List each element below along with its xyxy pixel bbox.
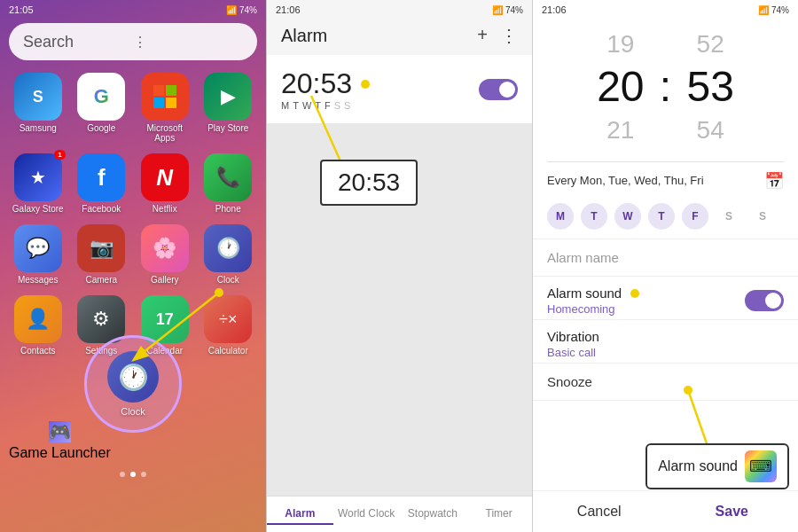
samsung-label: Samsung bbox=[20, 123, 57, 133]
svg-rect-2 bbox=[153, 98, 164, 108]
clock-label-row: Clock bbox=[217, 275, 239, 285]
app-netflix[interactable]: N Netflix bbox=[136, 153, 194, 214]
day-btn-s2[interactable]: S bbox=[749, 203, 776, 230]
status-icons-detail: 📶 74% bbox=[758, 5, 789, 15]
day-btn-t2[interactable]: T bbox=[648, 203, 675, 230]
calculator-icon: ÷× bbox=[204, 295, 252, 343]
alarm-title: Alarm bbox=[281, 26, 327, 46]
alarm-header: Alarm + ⋮ bbox=[267, 20, 532, 55]
day-btn-f[interactable]: F bbox=[682, 203, 708, 230]
app-ms[interactable]: Microsoft Apps bbox=[136, 73, 194, 143]
app-calculator[interactable]: ÷× Calculator bbox=[200, 295, 258, 356]
playstore-icon: ▶ bbox=[204, 73, 252, 121]
day-btn-m[interactable]: M bbox=[547, 203, 574, 230]
alarm-sound-value: Homecoming bbox=[547, 302, 639, 316]
alarm-header-icons: + ⋮ bbox=[477, 25, 518, 46]
clock-highlight[interactable]: 🕐 Clock bbox=[84, 335, 182, 433]
contacts-icon: 👤 bbox=[14, 295, 62, 343]
app-camera[interactable]: 📷 Camera bbox=[73, 224, 131, 285]
day-s1: S bbox=[334, 100, 340, 111]
tab-worldclock[interactable]: World Clock bbox=[333, 504, 400, 525]
app-samsung[interactable]: S Samsung bbox=[9, 73, 67, 143]
svg-rect-1 bbox=[166, 85, 176, 96]
gallery-icon: 🌸 bbox=[141, 224, 189, 272]
status-icons-alarm: 📶 74% bbox=[492, 5, 523, 15]
snooze-row[interactable]: Snooze bbox=[533, 364, 798, 401]
gallery-label: Gallery bbox=[151, 275, 179, 285]
time-callout: 20:53 bbox=[320, 160, 418, 206]
galaxystore-label: Galaxy Store bbox=[12, 204, 64, 214]
vibration-label: Vibration bbox=[547, 329, 599, 344]
app-google[interactable]: G Google bbox=[73, 73, 131, 143]
google-label: Google bbox=[87, 123, 115, 133]
home-screen: 21:05 📶 74% Alarm Search ⋮ S Samsung G G… bbox=[0, 0, 266, 532]
status-time-detail: 21:06 bbox=[542, 4, 567, 15]
schedule-text: Every Mon, Tue, Wed, Thu, Fri bbox=[547, 174, 704, 187]
day-f: F bbox=[325, 100, 331, 111]
tab-timer[interactable]: Timer bbox=[466, 504, 532, 525]
app-gamelauncher[interactable]: 🎮 Game Launcher bbox=[9, 421, 111, 461]
app-facebook[interactable]: f Facebook bbox=[73, 153, 131, 214]
day-s2: S bbox=[344, 100, 350, 111]
app-contacts[interactable]: 👤 Contacts bbox=[9, 295, 67, 356]
alarm-item[interactable]: 20:53 M T W T F S S bbox=[267, 55, 532, 123]
status-icons-home: 📶 74% bbox=[226, 5, 257, 15]
hour-top: 19 bbox=[606, 27, 634, 61]
settings-icon: ⚙ bbox=[77, 295, 125, 343]
search-bar[interactable]: Alarm Search ⋮ bbox=[9, 23, 257, 60]
alarm-menu-icon[interactable]: ⋮ bbox=[500, 25, 518, 46]
alarm-sound-label: Alarm sound bbox=[547, 286, 639, 301]
vibration-row[interactable]: Vibration Basic call bbox=[533, 320, 798, 364]
min-bottom: 54 bbox=[697, 113, 724, 147]
app-gallery[interactable]: 🌸 Gallery bbox=[136, 224, 194, 285]
schedule-row: Every Mon, Tue, Wed, Thu, Fri 📅 bbox=[533, 162, 798, 200]
status-time-home: 21:05 bbox=[9, 4, 34, 15]
alarm-name-field[interactable]: Alarm name bbox=[533, 239, 798, 277]
alarm-sound-toggle[interactable] bbox=[745, 290, 784, 311]
ms-icon bbox=[141, 73, 189, 121]
app-clock-row[interactable]: 🕐 Clock bbox=[200, 224, 258, 285]
day-btn-t1[interactable]: T bbox=[581, 203, 607, 230]
app-grid-row3: 💬 Messages 📷 Camera 🌸 Gallery 🕐 Clock bbox=[0, 219, 266, 290]
app-phone[interactable]: 📞 Phone bbox=[200, 153, 258, 214]
day-m: M bbox=[281, 100, 289, 111]
time-picker-row: 19 20 21 : 52 53 54 bbox=[533, 27, 798, 147]
app-playstore[interactable]: ▶ Play Store bbox=[200, 73, 258, 143]
clock-highlight-icon: 🕐 bbox=[107, 351, 159, 403]
alarm-toggle[interactable] bbox=[479, 79, 518, 100]
phone-label: Phone bbox=[215, 204, 241, 214]
day-t1: T bbox=[293, 100, 299, 111]
app-galaxystore[interactable]: ★ 1 Galaxy Store bbox=[9, 153, 67, 214]
messages-icon: 💬 bbox=[14, 224, 62, 272]
cancel-button[interactable]: Cancel bbox=[533, 491, 666, 532]
keyboard-icon: ⌨ bbox=[745, 450, 777, 482]
alarm-sound-row[interactable]: Alarm sound Homecoming bbox=[533, 277, 798, 320]
alarm-name-placeholder: Alarm name bbox=[547, 250, 619, 265]
save-button[interactable]: Save bbox=[666, 491, 799, 532]
day-btn-s1[interactable]: S bbox=[716, 203, 742, 230]
schedule-calendar-icon[interactable]: 📅 bbox=[764, 171, 784, 191]
day-btn-w[interactable]: W bbox=[614, 203, 641, 230]
time-picker[interactable]: 19 20 21 : 52 53 54 bbox=[533, 20, 798, 161]
page-dot-3 bbox=[141, 472, 146, 477]
alarm-time-info: 20:53 M T W T F S S bbox=[281, 67, 370, 111]
minute-col: 52 53 54 bbox=[675, 27, 746, 147]
day-buttons: M T W T F S S bbox=[547, 203, 784, 230]
time-colon: : bbox=[660, 61, 671, 113]
min-top: 52 bbox=[697, 27, 724, 61]
alarm-time: 20:53 bbox=[281, 67, 352, 100]
alarm-days: M T W T F S S bbox=[281, 100, 370, 111]
contacts-label: Contacts bbox=[20, 346, 55, 356]
add-alarm-icon[interactable]: + bbox=[477, 25, 488, 46]
tab-stopwatch[interactable]: Stopwatch bbox=[400, 504, 466, 525]
alarm-screen: 21:06 📶 74% Alarm + ⋮ 20:53 M T W T F S … bbox=[266, 0, 532, 532]
alarm-sound-dot bbox=[630, 289, 639, 298]
alarm-time-row: 20:53 bbox=[281, 67, 370, 100]
gamelauncher-icon: 🎮 bbox=[49, 421, 71, 442]
tab-alarm[interactable]: Alarm bbox=[267, 504, 333, 525]
app-grid-row2: ★ 1 Galaxy Store f Facebook N Netflix 📞 … bbox=[0, 148, 266, 219]
vibration-info: Vibration Basic call bbox=[547, 329, 599, 359]
app-grid-row1: S Samsung G Google Microsoft Apps ▶ Play… bbox=[0, 67, 266, 148]
facebook-label: Facebook bbox=[82, 204, 121, 214]
app-messages[interactable]: 💬 Messages bbox=[9, 224, 67, 285]
